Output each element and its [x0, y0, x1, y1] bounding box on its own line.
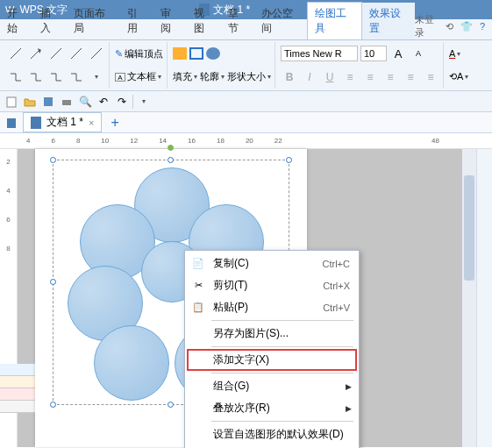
qat-undo[interactable]: ↶	[96, 94, 111, 110]
ctx-add-text[interactable]: 添加文字(X)	[187, 349, 357, 371]
bold-button[interactable]: B	[281, 68, 298, 86]
connector4[interactable]	[68, 68, 85, 86]
menu-bar: 开始 插入 页面布局 引用 审阅 视图 章节 办公空间 绘图工具 效果设置 未登…	[0, 19, 492, 40]
login-status[interactable]: 未登录	[415, 13, 439, 39]
underline-button[interactable]: U	[321, 68, 339, 86]
edit-vertex-button[interactable]: ✎编辑顶点	[115, 47, 163, 60]
sync-icon[interactable]: ⟲	[446, 21, 453, 32]
user-icon[interactable]: 👕	[460, 21, 473, 32]
new-tab-button[interactable]: +	[105, 115, 124, 131]
textbox-button[interactable]: A文本框▾	[115, 70, 163, 83]
vertical-scrollbar[interactable]	[462, 149, 476, 447]
line3[interactable]	[47, 45, 65, 62]
font-grow[interactable]: A	[389, 45, 407, 62]
submenu-arrow-icon: ▶	[346, 382, 352, 391]
menu-separator	[211, 373, 353, 373]
shapes-group: ▾	[4, 42, 110, 89]
help-icon[interactable]: ?	[480, 21, 485, 32]
tab-review[interactable]: 审阅	[153, 3, 187, 39]
text-dir-button[interactable]: ⟲A▾	[449, 71, 468, 82]
more-shapes[interactable]: ▾	[88, 68, 105, 86]
arrow-shape[interactable]	[27, 45, 45, 62]
align-center[interactable]: ≡	[361, 68, 379, 86]
menu-separator	[211, 346, 353, 347]
docbar-home[interactable]	[4, 115, 19, 131]
outline-label[interactable]: 轮廓▾	[200, 70, 225, 83]
align-left[interactable]: ≡	[341, 68, 359, 86]
shapesize-button[interactable]	[206, 47, 220, 60]
qat-customize[interactable]: ▾	[136, 94, 152, 110]
ctx-save-as-pic[interactable]: 另存为图片(S)...	[187, 323, 357, 345]
copy-icon: 📄	[190, 257, 206, 271]
menu-separator	[211, 320, 353, 321]
fill-label[interactable]: 填充▾	[173, 70, 197, 83]
horizontal-ruler[interactable]: 4681012141618202248	[0, 133, 492, 149]
ctx-cut[interactable]: ✂ 剪切(T) Ctrl+X	[187, 274, 357, 296]
line-shape[interactable]	[7, 45, 25, 62]
fill-button[interactable]	[173, 47, 187, 60]
resize-handle[interactable]	[50, 402, 56, 408]
close-tab[interactable]: ×	[89, 117, 94, 128]
shape-circle[interactable]	[94, 325, 169, 401]
edit-group: ✎编辑顶点 A文本框▾	[111, 42, 168, 89]
tab-start[interactable]: 开始	[0, 3, 33, 39]
tab-insert[interactable]: 插入	[33, 3, 67, 39]
menu-right: 未登录 ⟲ 👕 ?	[415, 13, 492, 39]
svg-line-3	[71, 48, 82, 59]
connector1[interactable]	[7, 68, 25, 86]
resize-handle[interactable]	[50, 279, 56, 285]
tab-layout[interactable]: 页面布局	[67, 3, 119, 39]
rotate-handle[interactable]	[168, 145, 174, 151]
qat-print[interactable]	[59, 94, 75, 110]
tab-view[interactable]: 视图	[187, 3, 220, 39]
svg-line-2	[51, 48, 61, 59]
ctx-default-effect[interactable]: 设置自选图形的默认效果(D)	[187, 423, 357, 445]
outline-button[interactable]	[189, 47, 203, 60]
font-name-input[interactable]	[281, 46, 358, 61]
fontcolor-group: A▾ ⟲A▾	[446, 42, 472, 89]
svg-rect-5	[7, 97, 16, 107]
line5[interactable]	[88, 45, 105, 62]
resize-handle[interactable]	[286, 157, 292, 163]
qat-save[interactable]	[40, 94, 56, 110]
ctx-copy[interactable]: 📄 复制(C) Ctrl+C	[187, 252, 357, 274]
font-shrink[interactable]: A	[410, 45, 427, 62]
line4[interactable]	[68, 45, 85, 62]
document-tab-bar: 文档 1 * × +	[0, 112, 492, 133]
style-group: 填充▾ 轮廓▾ 形状大小▾	[169, 42, 275, 89]
qat-open[interactable]	[22, 94, 38, 110]
doc-icon	[31, 117, 41, 129]
tab-office[interactable]: 办公空间	[254, 3, 307, 39]
qat-new[interactable]	[4, 94, 19, 110]
scrollbar-thumb[interactable]	[464, 175, 474, 281]
connector2[interactable]	[27, 68, 45, 86]
document-tab[interactable]: 文档 1 * ×	[23, 112, 102, 132]
font-size-input[interactable]	[360, 46, 387, 61]
connector3[interactable]	[47, 68, 65, 86]
menu-separator	[211, 421, 353, 422]
font-color-button[interactable]: A▾	[449, 48, 468, 59]
align-dist[interactable]: ≡	[422, 68, 439, 86]
qat-preview[interactable]: 🔍	[77, 94, 93, 110]
ctx-paste[interactable]: 📋 粘贴(P) Ctrl+V	[187, 296, 357, 318]
ctx-group[interactable]: 组合(G) ▶	[187, 375, 357, 397]
qat-redo[interactable]: ↷	[114, 94, 130, 110]
ribbon: ▾ ✎编辑顶点 A文本框▾ 填充▾ 轮廓▾ 形状大小▾ A A B I U ≡	[0, 40, 492, 91]
italic-button[interactable]: I	[301, 68, 318, 86]
resize-handle[interactable]	[168, 402, 174, 408]
svg-line-1	[31, 50, 39, 59]
quick-access-toolbar: 🔍 ↶ ↷ ▾	[0, 91, 492, 112]
tab-effects[interactable]: 效果设置	[362, 3, 415, 39]
tab-draw-tools[interactable]: 绘图工具	[307, 2, 361, 39]
svg-rect-8	[7, 118, 16, 128]
resize-handle[interactable]	[50, 157, 56, 163]
align-right[interactable]: ≡	[381, 68, 399, 86]
cut-icon: ✂	[190, 279, 206, 293]
tab-sections[interactable]: 章节	[221, 3, 254, 39]
tab-refs[interactable]: 引用	[120, 3, 153, 39]
shapesize-label[interactable]: 形状大小▾	[227, 70, 271, 83]
ctx-order[interactable]: 叠放次序(R) ▶	[187, 397, 357, 419]
resize-handle[interactable]	[168, 157, 174, 163]
submenu-arrow-icon: ▶	[346, 404, 352, 413]
align-justify[interactable]: ≡	[402, 68, 419, 86]
